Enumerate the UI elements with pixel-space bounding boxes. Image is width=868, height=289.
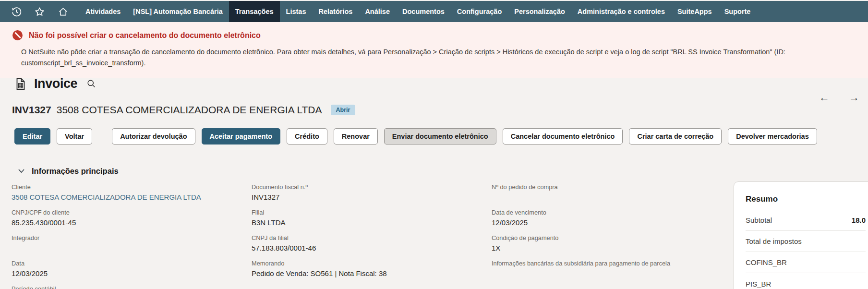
renew-button[interactable]: Renovar <box>334 128 378 144</box>
field-condicao-pagamento: Condição de pagamento 1X <box>492 234 732 260</box>
search-icon[interactable] <box>86 79 96 89</box>
field-cnpj-cpf-cliente: CNPJ/CPF do cliente 85.235.430/0001-45 <box>12 209 252 234</box>
summary-label: Total de impostos <box>746 237 802 245</box>
field-integrador: Integrador <box>12 234 252 260</box>
cancel-edocument-button[interactable]: Cancelar documento eletrônico <box>503 128 623 144</box>
edit-button[interactable]: Editar <box>14 128 50 144</box>
status-badge: Abrir <box>331 105 356 115</box>
nav-item-administracao-e-controles[interactable]: Administração e controles <box>571 1 671 22</box>
field-value: 12/03/2025 <box>492 218 732 228</box>
invoice-document-icon <box>13 77 28 91</box>
field-label: Memorando <box>252 260 492 267</box>
field-documento-fiscal: Documento fiscal n.º INV1327 <box>252 183 492 209</box>
field-periodo-contabil: Período contábil <box>12 285 252 289</box>
top-navigation: Atividades [NSL] Automação Bancária Tran… <box>0 1 868 22</box>
field-label: Informações bancárias da subsidiária par… <box>492 260 732 267</box>
field-value <box>492 269 732 279</box>
field-label: Integrador <box>12 234 252 241</box>
credit-button[interactable]: Crédito <box>287 128 327 144</box>
summary-row-subtotal: Subtotal 18.0 <box>746 210 866 231</box>
field-value <box>492 193 732 203</box>
field-label: Condição de pagamento <box>492 234 732 241</box>
accept-payment-button[interactable]: Aceitar pagamento <box>202 128 281 144</box>
home-icon[interactable] <box>58 6 69 17</box>
field-cnpj-filial: CNPJ da filial 57.183.803/0001-46 <box>252 234 492 260</box>
field-label: Nº do pedido de compra <box>492 183 732 191</box>
customer-link[interactable]: 3508 COTESA COMERCIALIZADORA DE ENERGIA … <box>12 193 252 203</box>
error-title: Não foi possível criar o cancelamento do… <box>29 31 261 40</box>
field-value: 12/03/2025 <box>12 269 252 279</box>
page-title: Invoice <box>34 76 77 91</box>
record-entity-name: 3508 COTESA COMERCIALIZADORA DE ENERGIA … <box>57 104 322 116</box>
field-value: B3N LTDA <box>252 218 492 228</box>
error-banner-header: Não foi possível criar o cancelamento do… <box>0 22 868 40</box>
history-icon[interactable] <box>11 6 22 17</box>
nav-item-nsl-automacao-bancaria[interactable]: [NSL] Automação Bancária <box>127 1 229 22</box>
chevron-down-icon <box>18 169 24 173</box>
error-banner: Não foi possível criar o cancelamento do… <box>0 22 868 78</box>
field-label: Data de vencimento <box>492 209 732 216</box>
create-correction-letter-button[interactable]: Criar carta de correção <box>629 128 722 144</box>
nav-item-configuracao[interactable]: Configuração <box>451 1 508 22</box>
next-record-arrow-icon[interactable]: → <box>849 91 859 104</box>
previous-record-arrow-icon[interactable]: ← <box>819 91 830 104</box>
prohibited-icon <box>12 30 23 40</box>
field-value <box>12 244 252 253</box>
summary-label: PIS_BR <box>746 280 771 288</box>
summary-row-cofins-br: COFINS_BR <box>746 252 866 273</box>
nav-item-atividades[interactable]: Atividades <box>79 1 127 22</box>
action-toolbar: Editar Voltar Autorizar devolução Aceita… <box>14 128 817 144</box>
field-label: Documento fiscal n.º <box>252 183 492 191</box>
nav-item-documentos[interactable]: Documentos <box>396 1 451 22</box>
field-value: 85.235.430/0001-45 <box>12 218 252 228</box>
star-icon[interactable] <box>34 6 45 17</box>
summary-panel: Resumo Subtotal 18.0 Total de impostos C… <box>734 181 868 289</box>
nav-item-transacoes[interactable]: Transações <box>229 1 280 22</box>
nav-item-analise[interactable]: Análise <box>359 1 396 22</box>
field-informacoes-bancarias: Informações bancárias da subsidiária par… <box>492 260 732 285</box>
field-cliente: Cliente 3508 COTESA COMERCIALIZADORA DE … <box>12 183 252 209</box>
send-edocument-button[interactable]: Enviar documento eletrônico <box>384 128 496 144</box>
back-button[interactable]: Voltar <box>57 128 92 144</box>
field-value: 1X <box>492 244 732 253</box>
field-label: Período contábil <box>12 285 252 289</box>
field-value: Pedido de Venda: SO561 | Nota Fiscal: 38 <box>252 269 492 279</box>
field-data-vencimento: Data de vencimento 12/03/2025 <box>492 209 732 234</box>
record-header: Invoice <box>13 76 96 91</box>
nav-item-listas[interactable]: Listas <box>280 1 313 22</box>
field-label: CNPJ/CPF do cliente <box>12 209 252 216</box>
field-column-2: Documento fiscal n.º INV1327 Filial B3N … <box>252 183 492 289</box>
field-label: CNPJ da filial <box>252 234 492 241</box>
toolbar-divider <box>102 129 102 144</box>
record-number: INV1327 <box>12 104 51 116</box>
summary-value: 18.0 <box>852 216 866 224</box>
nav-item-suiteapps[interactable]: SuiteApps <box>671 1 718 22</box>
field-grid: Cliente 3508 COTESA COMERCIALIZADORA DE … <box>12 183 732 289</box>
primary-info-section-header[interactable]: Informações principais <box>18 167 119 176</box>
field-data: Data 12/03/2025 <box>12 260 252 285</box>
nav-menu: Atividades [NSL] Automação Bancária Tran… <box>79 1 757 22</box>
nav-item-suporte[interactable]: Suporte <box>718 1 757 22</box>
field-memorando: Memorando Pedido de Venda: SO561 | Nota … <box>252 260 492 285</box>
summary-label: COFINS_BR <box>746 258 787 266</box>
record-subtitle: INV1327 3508 COTESA COMERCIALIZADORA DE … <box>12 104 355 116</box>
field-label: Filial <box>252 209 492 216</box>
return-goods-button[interactable]: Devolver mercadorias <box>728 128 817 144</box>
summary-row-pis-br: PIS_BR <box>746 273 866 289</box>
nav-icon-group <box>11 1 69 22</box>
nav-item-relatorios[interactable]: Relatórios <box>312 1 359 22</box>
record-pagination: ← → <box>819 91 859 104</box>
summary-row-total-impostos: Total de impostos <box>746 231 866 252</box>
field-pedido-compra: Nº do pedido de compra <box>492 183 732 209</box>
summary-title: Resumo <box>746 194 866 204</box>
error-message: O NetSuite não pôde criar a transação de… <box>21 47 847 69</box>
section-title: Informações principais <box>32 167 119 176</box>
field-column-3: Nº do pedido de compra Data de venciment… <box>492 183 732 289</box>
field-label: Data <box>12 260 252 267</box>
field-column-1: Cliente 3508 COTESA COMERCIALIZADORA DE … <box>12 183 252 289</box>
field-filial: Filial B3N LTDA <box>252 209 492 234</box>
nav-item-personalizacao[interactable]: Personalização <box>508 1 571 22</box>
field-value: INV1327 <box>252 193 492 203</box>
summary-label: Subtotal <box>746 216 772 224</box>
authorize-return-button[interactable]: Autorizar devolução <box>112 128 195 144</box>
